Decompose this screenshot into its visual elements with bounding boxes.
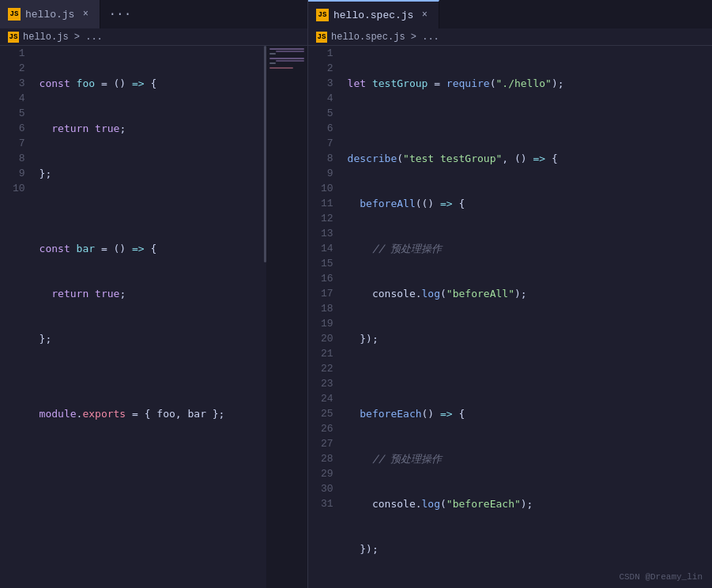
left-editor-pane: JS hello.js > ... 12345 678910 const foo… (0, 28, 308, 588)
tab-more-button[interactable]: ··· (100, 0, 139, 28)
left-breadcrumb-text: hello.js > ... (23, 32, 103, 43)
tab-label: hello.js (25, 9, 74, 21)
tab-spec-label: hello.spec.js (333, 9, 413, 21)
left-line-numbers: 12345 678910 (0, 46, 33, 588)
spec-close-icon[interactable]: × (418, 9, 431, 21)
right-breadcrumb-text: hello.spec.js > ... (331, 32, 439, 43)
left-breadcrumb: JS hello.js > ... (0, 28, 307, 46)
left-scrollbar[interactable] (264, 46, 266, 262)
left-minimap (266, 46, 307, 588)
left-code-area[interactable]: 12345 678910 const foo = () => { return … (0, 46, 307, 588)
tab-hello-js[interactable]: JS hello.js × (0, 0, 100, 28)
right-editor-pane: JS hello.spec.js > ... 12345 678910 1112… (308, 28, 712, 588)
tab-hello-spec-js[interactable]: JS hello.spec.js × (308, 0, 439, 28)
right-code-area[interactable]: 12345 678910 1112131415 1617181920 21222… (308, 46, 712, 588)
right-code-content[interactable]: let testGroup = require("./hello"); desc… (341, 46, 712, 588)
right-line-numbers: 12345 678910 1112131415 1617181920 21222… (308, 46, 341, 588)
right-breadcrumb-js-icon: JS (316, 32, 327, 43)
js-icon: JS (8, 8, 21, 21)
close-icon[interactable]: × (79, 8, 92, 21)
left-code-content[interactable]: const foo = () => { return true; }; cons… (33, 46, 266, 588)
left-breadcrumb-js-icon: JS (8, 32, 19, 43)
js-spec-icon: JS (316, 9, 329, 21)
watermark: CSDN @Dreamy_lin (619, 572, 703, 582)
right-breadcrumb: JS hello.spec.js > ... (308, 28, 712, 46)
